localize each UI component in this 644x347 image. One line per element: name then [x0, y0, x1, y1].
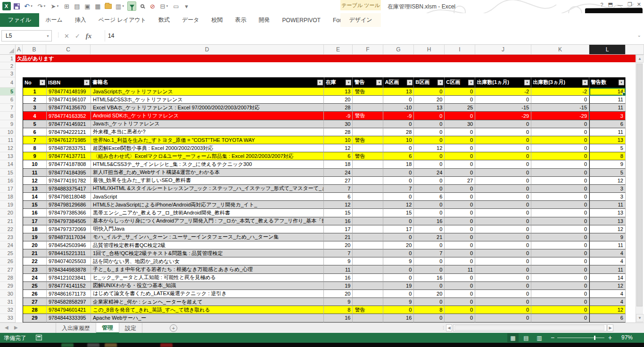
cell-stock[interactable]: 16: [324, 274, 353, 282]
cell-no[interactable]: 28: [23, 306, 47, 314]
cell-isbn[interactable]: 9784121023841: [47, 274, 91, 282]
cell-c[interactable]: 0: [445, 88, 475, 96]
cell-c[interactable]: 30: [445, 120, 475, 128]
cell-no[interactable]: 12: [23, 177, 47, 185]
cell-title[interactable]: 品質管理検定教科書QC検定2級: [91, 241, 324, 249]
cell-c[interactable]: 0: [445, 128, 475, 136]
print-preview-icon[interactable]: ▣: [83, 1, 92, 11]
cell-out1[interactable]: 0: [475, 274, 531, 282]
cell-title[interactable]: ヒ_ック_テ_ータと人工知能 : 可能性と罠を見極める: [91, 274, 324, 282]
cell-a[interactable]: 9: [383, 257, 414, 265]
cell-isbn[interactable]: 9784415221311: [47, 249, 91, 257]
cell-title[interactable]: 黒帯エンシ_ニアか_教えるフ_ロ_技術Android開発_教科書: [91, 209, 324, 217]
cell-a[interactable]: 10: [383, 136, 414, 144]
cell-title[interactable]: 〈組み合わせ式〉Excelマクロ&ユーサ_ーフォーム部品集 : Excel 20…: [91, 152, 324, 160]
cell-warn_count[interactable]: 9: [589, 233, 626, 241]
cell-out1[interactable]: 0: [475, 152, 531, 160]
row-header-11[interactable]: 11: [0, 136, 15, 144]
cell-out1[interactable]: 0: [475, 217, 531, 225]
cell-warn_count[interactable]: 5: [589, 144, 626, 152]
cell-title[interactable]: 1回て_合格!QC検定2級テキスト&問題集 : 品質管理検定: [91, 249, 324, 257]
cell-out3[interactable]: 0: [531, 209, 589, 217]
cell-stock[interactable]: 9: [324, 298, 353, 306]
ribbon-tab-file[interactable]: ファイル: [0, 13, 39, 27]
cell-b[interactable]: 20: [414, 96, 445, 104]
row-header-5[interactable]: 5: [0, 88, 15, 96]
filter-button[interactable]: ▼: [438, 80, 443, 85]
column-header-C[interactable]: C: [46, 45, 91, 54]
normal-view-icon[interactable]: ▦: [507, 333, 519, 342]
cell-warn[interactable]: [353, 201, 383, 209]
redo-icon[interactable]: ↷▼: [36, 1, 48, 11]
row-header-1[interactable]: 1: [0, 55, 15, 62]
cell-title[interactable]: 新人IT担当者_ため_Webサイト構築&運営か_わかる本: [91, 169, 324, 177]
cell-warn[interactable]: [353, 160, 383, 168]
cell-stock[interactable]: 30: [324, 120, 353, 128]
cell-isbn[interactable]: 9784774184395: [47, 169, 91, 177]
row-header-13[interactable]: 13: [0, 152, 15, 160]
cell-out1[interactable]: 0: [475, 96, 531, 104]
cell-warn[interactable]: [353, 120, 383, 128]
cell-out1[interactable]: 0: [475, 144, 531, 152]
cell-warn[interactable]: [353, 128, 383, 136]
cell-no[interactable]: 4: [23, 112, 47, 120]
column-header-H[interactable]: H: [414, 45, 445, 54]
cell-c[interactable]: 25: [445, 104, 475, 112]
cell-b[interactable]: 0: [414, 152, 445, 160]
cell-no[interactable]: 22: [23, 257, 47, 265]
column-header-A[interactable]: A: [16, 45, 23, 54]
cell-warn[interactable]: [353, 249, 383, 257]
cell-warn_count[interactable]: 3: [589, 112, 626, 120]
cell-no[interactable]: 3: [23, 104, 47, 112]
cell-a[interactable]: 6: [383, 152, 414, 160]
cell-out1[interactable]: -29: [475, 112, 531, 120]
cell-warn[interactable]: [353, 314, 383, 322]
cell-isbn[interactable]: 9784774137711: [47, 152, 91, 160]
cell-b[interactable]: 0: [414, 201, 445, 209]
cell-b[interactable]: 21: [414, 233, 445, 241]
sheet-tab-3[interactable]: 設定: [119, 323, 142, 333]
cell-stock[interactable]: 12: [324, 201, 353, 209]
cell-a[interactable]: 17: [383, 225, 414, 233]
cell-stock[interactable]: 21: [324, 233, 353, 241]
cell-a[interactable]: 15: [383, 209, 414, 217]
cell-out1[interactable]: 0: [475, 225, 531, 233]
cell-warn_count[interactable]: 11: [589, 201, 626, 209]
cell-warn[interactable]: [353, 193, 383, 201]
cell-isbn[interactable]: 9784344983878: [47, 265, 91, 273]
cell-warn_count[interactable]: 6: [589, 314, 626, 322]
cell-b[interactable]: 13: [414, 104, 445, 112]
row-header-3[interactable]: 3: [0, 70, 15, 77]
cell-out1[interactable]: 0: [475, 201, 531, 209]
close-button[interactable]: ✕: [637, 1, 641, 8]
cell-stock[interactable]: 12: [324, 144, 353, 152]
cell-isbn[interactable]: 9784798129686: [47, 201, 91, 209]
cell-warn_count[interactable]: 13: [589, 136, 626, 144]
cell-b[interactable]: 6: [414, 193, 445, 201]
cell-no[interactable]: 21: [23, 249, 47, 257]
column-header-E[interactable]: E: [324, 45, 353, 54]
cell-b[interactable]: 0: [414, 185, 445, 193]
cell-warn[interactable]: [353, 265, 383, 273]
cell-b[interactable]: 0: [414, 88, 445, 96]
cell-b[interactable]: 0: [414, 265, 445, 273]
cell-title[interactable]: 子と_も_まま中年化する若者たち : 根拠なき万能感とあきらめ_心理: [91, 265, 324, 273]
ribbon-tab-4[interactable]: 数式: [152, 13, 176, 27]
cell-title[interactable]: 企業家精神と_何か : シュンヘ_ーターを超えて: [91, 298, 324, 306]
cell-no[interactable]: 6: [23, 128, 47, 136]
cell-isbn[interactable]: 9784774196107: [47, 96, 91, 104]
cell-warn[interactable]: [353, 185, 383, 193]
zoom-percentage[interactable]: 97%: [621, 334, 633, 341]
cell-isbn[interactable]: 9784797372069: [47, 225, 91, 233]
print-icon[interactable]: ▦: [93, 1, 102, 11]
row-header-30[interactable]: 30: [0, 290, 15, 298]
cell-a[interactable]: 28: [383, 128, 414, 136]
cell-isbn[interactable]: 9784774145921: [47, 120, 91, 128]
cells-area[interactable]: 欠品があります No▼ISBN▼書籍名▼在庫▼警告▼A区画▼B区画▼C区画▼出庫…: [16, 55, 636, 322]
column-header-L[interactable]: L: [589, 45, 626, 54]
filter-button[interactable]: ▼: [317, 80, 323, 85]
scroll-right-icon[interactable]: ▶: [607, 324, 613, 331]
cell-no[interactable]: 1: [23, 88, 47, 96]
cell-c[interactable]: 0: [445, 298, 475, 306]
row-header-17[interactable]: 17: [0, 185, 15, 193]
